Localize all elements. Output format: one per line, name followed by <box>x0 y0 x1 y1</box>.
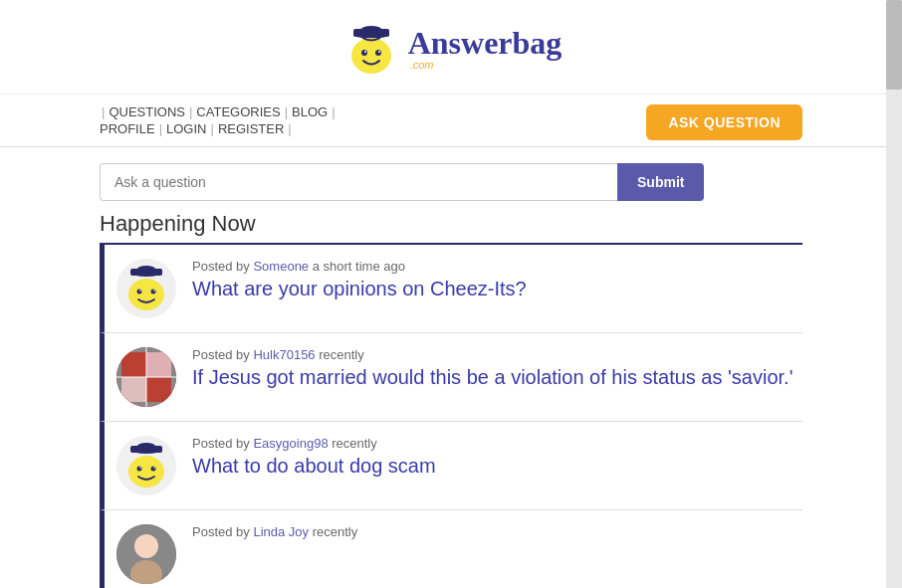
svg-point-29 <box>139 467 141 469</box>
nav-sep: | <box>332 104 335 119</box>
logo-icon <box>340 18 402 80</box>
feed-item: Posted by Hulk70156 recently If Jesus go… <box>100 333 802 422</box>
logo-text: Answerbag .com <box>408 27 563 71</box>
nav-sep: | <box>288 121 291 136</box>
svg-point-25 <box>137 443 155 449</box>
header: Answerbag .com <box>0 0 902 95</box>
svg-point-28 <box>151 467 156 472</box>
svg-point-6 <box>364 51 366 53</box>
svg-point-2 <box>361 26 381 32</box>
nav-sep: | <box>159 121 162 136</box>
feed-content: Posted by Someone a short time ago What … <box>192 259 527 300</box>
logo-name: Answerbag <box>408 27 563 59</box>
nav-questions[interactable]: QUESTIONS <box>109 104 185 119</box>
feed-item: Posted by Linda Joy recently <box>100 510 802 588</box>
question-link[interactable]: If Jesus got married would this be a vio… <box>192 366 793 389</box>
nav-login[interactable]: LOGIN <box>166 121 206 136</box>
svg-point-14 <box>139 290 141 292</box>
avatar <box>116 347 176 407</box>
question-link[interactable]: What to do about dog scam <box>192 455 436 478</box>
poster-link[interactable]: Easygoing98 <box>253 436 328 451</box>
nav-sep: | <box>102 104 105 119</box>
avatar <box>116 524 176 584</box>
svg-rect-17 <box>121 352 146 377</box>
svg-rect-19 <box>121 377 146 402</box>
svg-point-10 <box>137 266 155 272</box>
feed-item: Posted by Easygoing98 recently What to d… <box>100 422 802 510</box>
svg-point-13 <box>151 290 156 294</box>
ask-question-button[interactable]: ASK QUESTION <box>646 104 802 140</box>
svg-point-32 <box>134 534 158 558</box>
feed-item: Posted by Someone a short time ago What … <box>100 245 802 333</box>
svg-point-30 <box>153 467 155 469</box>
poster-link[interactable]: Hulk70156 <box>253 347 315 362</box>
avatar <box>116 436 176 495</box>
nav-bar: | QUESTIONS | CATEGORIES | BLOG | PROFIL… <box>0 95 902 147</box>
poster-link[interactable]: Linda Joy <box>253 524 309 539</box>
nav-sep: | <box>285 104 288 119</box>
posted-by: Posted by Easygoing98 recently <box>192 436 436 451</box>
submit-button[interactable]: Submit <box>617 163 704 201</box>
posted-by: Posted by Someone a short time ago <box>192 259 527 274</box>
posted-by: Posted by Linda Joy recently <box>192 524 357 539</box>
svg-point-5 <box>375 50 381 56</box>
search-area: Submit <box>0 147 902 211</box>
svg-point-3 <box>351 38 391 74</box>
nav-categories[interactable]: CATEGORIES <box>196 104 280 119</box>
answerbag-avatar-icon-2 <box>116 436 176 495</box>
posted-by: Posted by Hulk70156 recently <box>192 347 793 362</box>
answerbag-avatar-icon <box>116 259 176 318</box>
avatar <box>116 259 176 318</box>
svg-point-27 <box>137 467 142 472</box>
nav-sep: | <box>189 104 192 119</box>
nav-links: | QUESTIONS | CATEGORIES | BLOG | PROFIL… <box>100 104 338 136</box>
svg-point-11 <box>128 279 164 310</box>
feed: Posted by Someone a short time ago What … <box>100 245 802 588</box>
section-title: Happening Now <box>100 211 802 237</box>
question-link[interactable]: What are your opinions on Cheez-Its? <box>192 278 527 300</box>
nav-row-2: PROFILE | LOGIN | REGISTER | <box>100 121 338 136</box>
logo[interactable]: Answerbag .com <box>340 18 563 80</box>
feed-content: Posted by Hulk70156 recently If Jesus go… <box>192 347 793 389</box>
poster-link[interactable]: Someone <box>253 259 309 274</box>
nav-sep: | <box>210 121 213 136</box>
svg-rect-20 <box>146 377 171 402</box>
scrollbar-track[interactable] <box>886 0 902 588</box>
svg-point-4 <box>361 50 367 56</box>
scrollbar-thumb[interactable] <box>886 0 902 90</box>
svg-point-15 <box>153 290 155 292</box>
svg-point-12 <box>137 290 142 294</box>
feed-content: Posted by Easygoing98 recently What to d… <box>192 436 436 478</box>
linda-avatar-icon <box>116 524 176 584</box>
feed-content: Posted by Linda Joy recently <box>192 524 357 539</box>
svg-point-7 <box>378 51 380 53</box>
svg-rect-18 <box>146 352 171 377</box>
nav-row-1: | QUESTIONS | CATEGORIES | BLOG | <box>100 104 338 119</box>
search-input[interactable] <box>100 163 617 201</box>
svg-point-26 <box>128 456 164 488</box>
logo-dotcom: .com <box>410 59 434 71</box>
hulk-avatar-icon <box>116 347 176 407</box>
nav-register[interactable]: REGISTER <box>218 121 284 136</box>
nav-profile[interactable]: PROFILE <box>100 121 155 136</box>
nav-blog[interactable]: BLOG <box>292 104 328 119</box>
